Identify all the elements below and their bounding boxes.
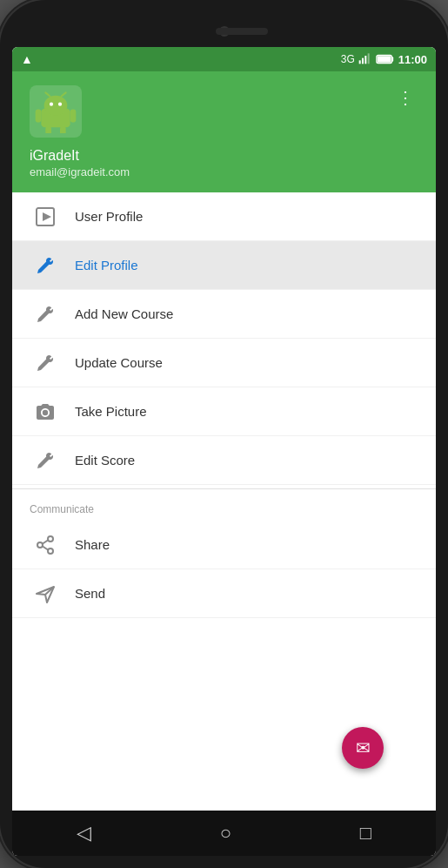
- svg-point-9: [50, 103, 53, 106]
- home-button[interactable]: ○: [203, 815, 249, 851]
- drawer-menu: User Profile Edit Profile Add New: [12, 192, 436, 811]
- phone-speaker: [216, 28, 268, 35]
- menu-item-add-new-course[interactable]: Add New Course: [12, 290, 436, 339]
- menu-item-send[interactable]: Send: [12, 569, 436, 618]
- status-left: ▲: [21, 52, 33, 66]
- phone-outer: ▲ 3G 11:00: [0, 0, 448, 868]
- wrench-icon-update-course: [30, 347, 61, 379]
- email-icon: ✉: [356, 737, 371, 758]
- svg-line-11: [45, 92, 50, 96]
- svg-line-23: [43, 540, 48, 543]
- share-label: Share: [75, 537, 110, 552]
- svg-rect-6: [378, 56, 391, 62]
- svg-rect-3: [367, 53, 369, 64]
- menu-item-edit-score[interactable]: Edit Score: [12, 436, 436, 485]
- svg-rect-13: [36, 110, 42, 123]
- edit-profile-label: Edit Profile: [75, 258, 138, 273]
- add-new-course-label: Add New Course: [75, 306, 173, 321]
- network-type: 3G: [341, 53, 355, 65]
- edit-score-label: Edit Score: [75, 453, 135, 468]
- recent-apps-button[interactable]: □: [343, 815, 389, 851]
- three-dots-button[interactable]: ⋮: [390, 85, 422, 110]
- section-header-communicate: Communicate: [12, 493, 436, 521]
- warning-icon: ▲: [21, 52, 33, 66]
- android-avatar: [30, 85, 82, 138]
- user-email: email@igradeit.com: [30, 165, 422, 178]
- user-name: iGradeIt: [30, 148, 422, 164]
- phone-top-bar: [12, 16, 436, 47]
- divider-communicate: [12, 488, 436, 489]
- send-label: Send: [75, 586, 105, 601]
- svg-line-12: [62, 92, 66, 96]
- drawer-header: ⋮ iGradeIt email@igradeit.com: [12, 71, 436, 192]
- svg-rect-1: [362, 58, 364, 64]
- svg-rect-16: [60, 126, 66, 133]
- battery-icon: [376, 53, 395, 65]
- wrench-icon-edit-score: [30, 445, 61, 476]
- svg-point-21: [37, 542, 43, 548]
- status-time: 11:00: [398, 53, 427, 66]
- svg-point-20: [48, 536, 53, 542]
- svg-rect-15: [45, 126, 51, 133]
- svg-marker-18: [43, 212, 51, 221]
- wrench-icon-add-course: [30, 299, 61, 330]
- android-logo-icon: [34, 90, 77, 133]
- svg-point-8: [44, 96, 68, 116]
- status-bar: ▲ 3G 11:00: [12, 47, 436, 71]
- header-top-row: ⋮: [30, 85, 422, 148]
- menu-item-take-picture[interactable]: Take Picture: [12, 387, 436, 436]
- menu-item-edit-profile[interactable]: Edit Profile: [12, 241, 436, 290]
- status-right: 3G 11:00: [341, 52, 427, 66]
- fab-email-button[interactable]: ✉: [342, 727, 384, 769]
- phone-screen: ▲ 3G 11:00: [12, 47, 436, 856]
- user-profile-label: User Profile: [75, 209, 143, 224]
- play-icon: [30, 201, 61, 232]
- svg-point-19: [43, 409, 48, 414]
- menu-item-update-course[interactable]: Update Course: [12, 339, 436, 387]
- menu-item-share[interactable]: Share: [12, 521, 436, 569]
- menu-item-user-profile[interactable]: User Profile: [12, 192, 436, 241]
- svg-rect-14: [70, 110, 77, 123]
- back-button[interactable]: ◁: [59, 815, 109, 851]
- share-icon: [30, 529, 61, 561]
- wrench-icon-edit-profile: [30, 250, 61, 281]
- svg-rect-2: [364, 56, 366, 64]
- signal-icon: [358, 52, 372, 66]
- svg-rect-0: [358, 60, 360, 64]
- bottom-nav: ◁ ○ □: [12, 811, 436, 856]
- take-picture-label: Take Picture: [75, 404, 147, 419]
- update-course-label: Update Course: [75, 355, 163, 370]
- svg-rect-5: [391, 57, 393, 62]
- camera-icon: [30, 396, 61, 427]
- svg-point-22: [48, 548, 53, 554]
- send-icon: [30, 578, 61, 609]
- svg-line-24: [43, 546, 48, 549]
- svg-point-10: [58, 103, 62, 106]
